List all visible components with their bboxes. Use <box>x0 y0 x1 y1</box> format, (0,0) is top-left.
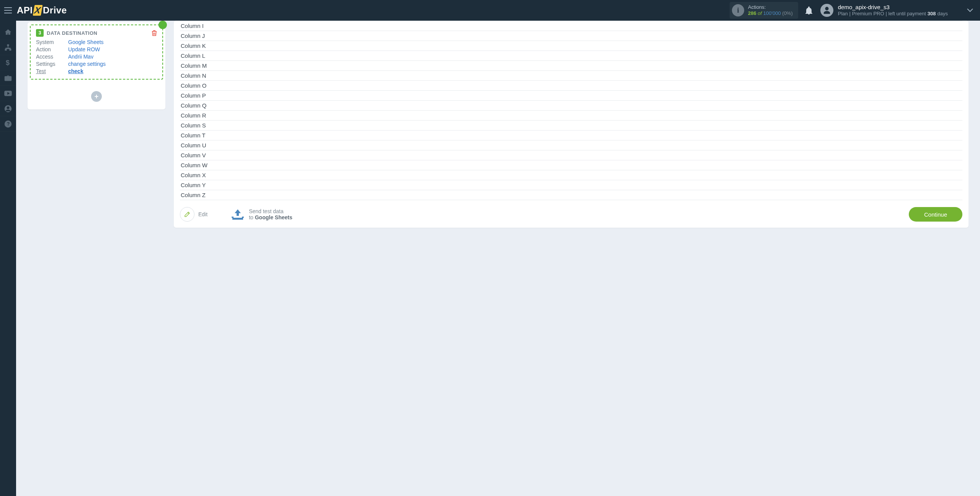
info-icon: i <box>732 4 744 16</box>
user-circle-icon <box>4 105 12 113</box>
actions-values: 286 of 100'000 (0%) <box>748 10 793 16</box>
avatar <box>820 4 833 17</box>
data-destination-card[interactable]: 3 DATA DESTINATION System Google Sheets … <box>30 24 163 80</box>
chevron-down-icon <box>967 8 973 12</box>
user-menu[interactable]: demo_apix-drive_s3 Plan | Premium PRO | … <box>820 4 948 17</box>
nav-account[interactable] <box>0 101 16 116</box>
step-title: DATA DESTINATION <box>47 30 97 36</box>
column-row[interactable]: Column K <box>180 41 962 51</box>
row-settings-key: Settings <box>36 61 68 67</box>
plan-prefix: Plan | <box>838 11 851 17</box>
status-dot-icon <box>158 21 167 29</box>
nav-billing[interactable]: $ <box>0 55 16 70</box>
row-system-key: System <box>36 39 68 45</box>
edit-button[interactable]: Edit <box>180 207 207 222</box>
dollar-icon: $ <box>6 59 10 67</box>
briefcase-icon <box>4 75 12 82</box>
left-rail: $ ? <box>0 21 16 496</box>
nav-help[interactable]: ? <box>0 116 16 132</box>
row-action-key: Action <box>36 46 68 52</box>
hamburger-icon <box>4 7 12 13</box>
footer-actions: Edit Send test data to Google Sheets Con… <box>180 207 962 222</box>
svg-rect-2 <box>10 49 11 50</box>
svg-rect-0 <box>7 44 8 46</box>
send-test-line2-prefix: to <box>249 214 255 220</box>
logo-text-drive: Drive <box>43 5 67 16</box>
column-row[interactable]: Column O <box>180 81 962 91</box>
page-content: 3 DATA DESTINATION System Google Sheets … <box>16 21 980 496</box>
plan-name: Premium PRO <box>852 11 884 17</box>
column-row[interactable]: Column S <box>180 121 962 131</box>
column-row[interactable]: Column N <box>180 71 962 81</box>
send-test-target: Google Sheets <box>255 214 292 220</box>
column-row[interactable]: Column Q <box>180 101 962 111</box>
user-meta: demo_apix-drive_s3 Plan | Premium PRO | … <box>838 4 948 17</box>
logo-text-api: API <box>17 5 33 16</box>
user-icon <box>823 6 831 15</box>
column-row[interactable]: Column U <box>180 140 962 150</box>
row-test-key: Test <box>36 68 68 74</box>
actions-of: of <box>758 10 762 16</box>
nav-connections[interactable] <box>0 40 16 55</box>
column-row[interactable]: Column Z <box>180 190 962 200</box>
edit-label: Edit <box>198 211 207 217</box>
actions-text: Actions: 286 of 100'000 (0%) <box>748 4 793 16</box>
send-test-line2: to Google Sheets <box>249 214 292 220</box>
column-row[interactable]: Column R <box>180 111 962 121</box>
column-row[interactable]: Column P <box>180 91 962 101</box>
plan-days: 308 <box>928 11 936 17</box>
bell-icon <box>805 6 813 15</box>
column-row[interactable]: Column M <box>180 61 962 71</box>
nav-video[interactable] <box>0 86 16 101</box>
pencil-icon <box>184 211 191 218</box>
continue-button[interactable]: Continue <box>909 207 962 222</box>
upload-icon <box>231 209 244 220</box>
row-access-value[interactable]: Andrii Mav <box>68 54 157 60</box>
row-settings-value[interactable]: change settings <box>68 61 157 67</box>
step-details-grid: System Google Sheets Action Update ROW A… <box>36 39 157 74</box>
column-list: Column IColumn JColumn KColumn LColumn M… <box>180 21 962 200</box>
row-test-value[interactable]: check <box>68 68 157 74</box>
send-test-text: Send test data to Google Sheets <box>249 208 292 220</box>
steps-panel: 3 DATA DESTINATION System Google Sheets … <box>28 21 165 109</box>
edit-circle <box>180 207 194 222</box>
logo[interactable]: API X Drive <box>17 5 67 16</box>
actions-total: 100'000 <box>763 10 781 16</box>
column-row[interactable]: Column V <box>180 150 962 160</box>
question-icon: ? <box>4 120 12 128</box>
svg-rect-1 <box>5 49 7 50</box>
notifications-button[interactable] <box>805 6 813 15</box>
column-row[interactable]: Column W <box>180 160 962 170</box>
nav-workspace[interactable] <box>0 70 16 86</box>
actions-count: 286 <box>748 10 756 16</box>
topbar: API X Drive i Actions: 286 of 100'000 (0… <box>0 0 980 21</box>
row-system-value[interactable]: Google Sheets <box>68 39 157 45</box>
user-menu-chevron[interactable] <box>967 8 973 12</box>
plan-line: Plan | Premium PRO | left until payment … <box>838 11 948 17</box>
home-icon <box>4 28 12 36</box>
username: demo_apix-drive_s3 <box>838 4 948 11</box>
main-panel: Column IColumn JColumn KColumn LColumn M… <box>174 21 969 228</box>
send-test-data-button[interactable]: Send test data to Google Sheets <box>231 208 292 220</box>
row-access-key: Access <box>36 54 68 60</box>
column-row[interactable]: Column T <box>180 131 962 140</box>
column-row[interactable]: Column X <box>180 170 962 180</box>
add-step-button[interactable]: + <box>91 91 102 102</box>
column-row[interactable]: Column Y <box>180 180 962 190</box>
delete-step-button[interactable] <box>152 30 157 36</box>
send-test-line1: Send test data <box>249 208 292 214</box>
nav-home[interactable] <box>0 24 16 40</box>
svg-text:?: ? <box>7 121 10 127</box>
column-row[interactable]: Column I <box>180 21 962 31</box>
plan-middle: | left until payment <box>886 11 926 17</box>
step-number-badge: 3 <box>36 29 44 37</box>
plan-days-suffix: days <box>938 11 948 17</box>
actions-summary[interactable]: i Actions: 286 of 100'000 (0%) <box>730 2 798 19</box>
row-action-value[interactable]: Update ROW <box>68 46 157 52</box>
youtube-icon <box>4 90 12 96</box>
menu-toggle-button[interactable] <box>0 0 16 21</box>
column-row[interactable]: Column J <box>180 31 962 41</box>
steps-panel-card: 3 DATA DESTINATION System Google Sheets … <box>28 22 165 109</box>
trash-icon <box>152 30 157 36</box>
column-row[interactable]: Column L <box>180 51 962 61</box>
